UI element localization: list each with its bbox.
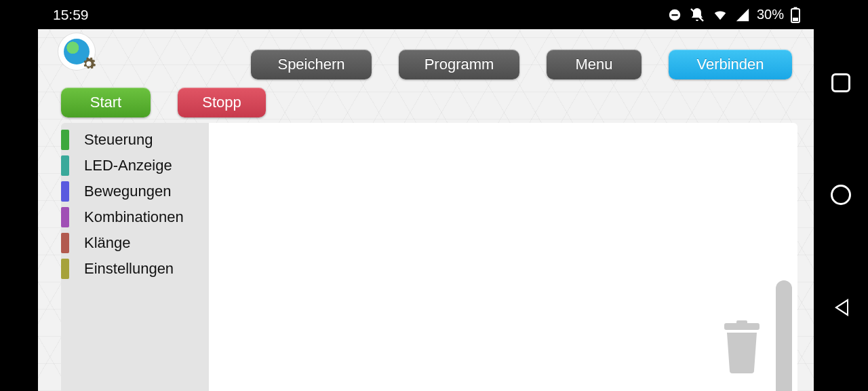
android-nav-bar bbox=[814, 0, 868, 391]
category-einstellungen[interactable]: Einstellungen bbox=[61, 256, 209, 282]
app-logo[interactable] bbox=[58, 33, 95, 70]
menu-button[interactable]: Menu bbox=[547, 50, 642, 79]
android-status-bar: 15:59 30% bbox=[0, 0, 814, 29]
category-bewegungen[interactable]: Bewegungen bbox=[61, 179, 209, 204]
svg-rect-5 bbox=[794, 7, 797, 9]
mute-icon bbox=[689, 7, 705, 23]
connect-button[interactable]: Verbinden bbox=[669, 50, 792, 79]
trash-icon[interactable] bbox=[720, 320, 764, 376]
category-swatch bbox=[61, 130, 69, 150]
wifi-icon bbox=[712, 7, 728, 22]
category-swatch bbox=[61, 233, 69, 253]
svg-rect-6 bbox=[793, 18, 798, 21]
category-label: Kombinationen bbox=[84, 208, 184, 226]
category-swatch bbox=[61, 259, 69, 279]
category-klaenge[interactable]: Klänge bbox=[61, 230, 209, 256]
gear-icon bbox=[81, 56, 96, 71]
workspace: Steuerung LED-Anzeige Bewegungen Kombina… bbox=[61, 123, 797, 391]
category-led-anzeige[interactable]: LED-Anzeige bbox=[61, 153, 209, 179]
svg-rect-8 bbox=[736, 320, 747, 324]
category-swatch bbox=[61, 181, 69, 202]
category-swatch bbox=[61, 155, 69, 176]
battery-percent: 30% bbox=[757, 7, 784, 22]
category-swatch bbox=[61, 207, 69, 227]
nav-home-icon[interactable] bbox=[831, 185, 851, 205]
status-time: 15:59 bbox=[19, 7, 89, 23]
category-label: Steuerung bbox=[84, 131, 153, 149]
app-surface: Speichern Programm Menu Verbinden Start … bbox=[38, 29, 814, 391]
nav-recent-icon[interactable] bbox=[831, 73, 850, 92]
battery-icon bbox=[791, 7, 800, 23]
category-label: Einstellungen bbox=[84, 260, 174, 278]
category-label: Bewegungen bbox=[84, 183, 171, 200]
stop-button[interactable]: Stopp bbox=[178, 88, 266, 117]
category-label: LED-Anzeige bbox=[84, 157, 172, 174]
category-label: Klänge bbox=[84, 234, 131, 252]
program-button[interactable]: Programm bbox=[399, 50, 519, 79]
start-button[interactable]: Start bbox=[61, 88, 151, 117]
cell-signal-icon bbox=[735, 7, 750, 22]
category-sidebar: Steuerung LED-Anzeige Bewegungen Kombina… bbox=[61, 123, 209, 391]
category-kombinationen[interactable]: Kombinationen bbox=[61, 204, 209, 230]
category-steuerung[interactable]: Steuerung bbox=[61, 127, 209, 153]
block-canvas[interactable] bbox=[209, 123, 797, 391]
nav-back-icon[interactable] bbox=[831, 297, 851, 318]
vertical-scrollbar[interactable] bbox=[776, 280, 792, 391]
dnd-icon bbox=[667, 7, 682, 22]
svg-rect-1 bbox=[671, 14, 677, 16]
save-button[interactable]: Speichern bbox=[251, 50, 372, 79]
